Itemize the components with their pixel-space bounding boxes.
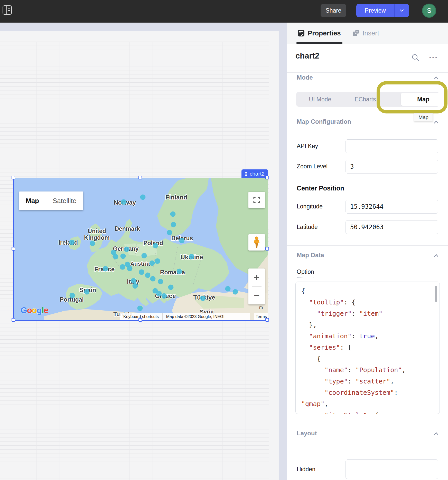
- resize-handle[interactable]: [12, 247, 15, 251]
- scatter-data-point[interactable]: [131, 278, 136, 283]
- widget-tag[interactable]: chart2: [241, 169, 268, 178]
- page-title: chart2: [295, 51, 319, 61]
- scatter-data-point[interactable]: [139, 269, 144, 275]
- scatter-data-point[interactable]: [141, 253, 147, 258]
- code-line: "name": "Population",: [301, 364, 433, 376]
- code-scrollbar[interactable]: [435, 286, 437, 302]
- hidden-input[interactable]: [346, 459, 438, 479]
- resize-handle[interactable]: [265, 176, 269, 179]
- preview-button[interactable]: Preview: [356, 4, 394, 17]
- latitude-label: Latitude: [297, 224, 318, 231]
- zoom-control: + −: [248, 268, 265, 304]
- resize-handle[interactable]: [12, 176, 15, 179]
- pegman-button[interactable]: [248, 234, 265, 251]
- tab-insert[interactable]: Insert: [352, 23, 379, 44]
- avatar[interactable]: S: [422, 4, 436, 18]
- scatter-data-point[interactable]: [70, 293, 75, 298]
- search-icon[interactable]: [411, 53, 419, 62]
- code-line: "type": "scatter",: [301, 376, 433, 387]
- collapse-layout-icon[interactable]: [434, 432, 439, 435]
- collapse-map-config-icon[interactable]: [434, 120, 439, 124]
- scatter-data-point[interactable]: [161, 293, 167, 299]
- section-map-data: Map Data: [297, 252, 324, 259]
- resize-handle[interactable]: [265, 247, 269, 251]
- scatter-data-point[interactable]: [170, 212, 176, 217]
- resize-handle[interactable]: [138, 176, 142, 179]
- scatter-data-point[interactable]: [158, 279, 163, 284]
- mode-option-map[interactable]: Map: [401, 93, 446, 106]
- map-scale-unit: m: [259, 305, 263, 310]
- mode-option-echarts[interactable]: ECharts ..: [344, 96, 392, 103]
- code-line: "tooltip": {: [301, 297, 433, 308]
- zoom-out-button[interactable]: −: [248, 287, 265, 304]
- preview-dropdown-button[interactable]: [394, 4, 409, 17]
- resize-handle[interactable]: [12, 318, 15, 322]
- zoom-level-input[interactable]: 3: [346, 160, 438, 174]
- scatter-data-point[interactable]: [179, 238, 185, 243]
- map-tooltip: Map: [414, 113, 433, 121]
- scatter-data-point[interactable]: [102, 266, 108, 272]
- map-widget[interactable]: chart2: [13, 178, 268, 321]
- widget-tag-label: chart2: [250, 171, 265, 177]
- scatter-data-point[interactable]: [120, 264, 125, 270]
- scatter-data-point[interactable]: [200, 296, 206, 301]
- scatter-data-point[interactable]: [225, 286, 230, 292]
- top-bar: Share Preview S: [0, 0, 448, 23]
- scatter-data-point[interactable]: [171, 222, 176, 227]
- api-key-label: API Key: [297, 143, 318, 150]
- scatter-data-point[interactable]: [232, 289, 238, 295]
- scatter-data-point[interactable]: [189, 254, 194, 259]
- scatter-data-point[interactable]: [177, 268, 182, 274]
- drag-handle-icon[interactable]: [245, 172, 247, 176]
- country-label: Austria: [130, 261, 150, 267]
- scatter-data-point[interactable]: [153, 243, 158, 248]
- scatter-data-point[interactable]: [150, 276, 156, 282]
- scatter-data-point[interactable]: [121, 199, 126, 205]
- collapse-mode-icon[interactable]: [434, 76, 439, 80]
- scatter-data-point[interactable]: [156, 291, 162, 296]
- scatter-data-point[interactable]: [155, 258, 160, 264]
- resize-handle[interactable]: [265, 318, 269, 322]
- section-layout: Layout: [297, 430, 317, 437]
- properties-icon: [297, 29, 305, 37]
- zoom-level-label: Zoom Level: [297, 163, 328, 170]
- scatter-data-point[interactable]: [113, 254, 118, 260]
- scatter-data-point[interactable]: [140, 194, 145, 200]
- latitude-input[interactable]: 50.942063: [346, 220, 438, 234]
- share-button[interactable]: Share: [321, 4, 346, 17]
- more-options-icon[interactable]: •••: [429, 54, 438, 61]
- code-line: {: [301, 353, 433, 364]
- scatter-data-point[interactable]: [90, 241, 95, 246]
- widget-title-row: chart2 •••: [287, 44, 448, 72]
- preview-split-button: Preview: [356, 4, 409, 17]
- scatter-data-point[interactable]: [133, 283, 138, 289]
- api-key-input[interactable]: [346, 139, 438, 153]
- google-map[interactable]: FinlandNorwayDenmarkUnited KingdomIrelan…: [14, 178, 268, 320]
- insert-icon: [352, 29, 360, 37]
- scatter-data-point[interactable]: [145, 272, 150, 278]
- map-type-map-button[interactable]: Map: [19, 191, 46, 210]
- scatter-data-point[interactable]: [124, 247, 129, 252]
- section-map-configuration: Map Configuration: [297, 118, 351, 125]
- properties-panel: Properties Insert chart2 •••: [287, 23, 448, 480]
- scatter-data-point[interactable]: [69, 240, 75, 245]
- scatter-data-point[interactable]: [150, 260, 155, 266]
- option-code-editor[interactable]: { "tooltip": { "trigger": "item" }, "ani…: [295, 282, 440, 414]
- tab-properties[interactable]: Properties: [297, 23, 341, 44]
- scatter-data-point[interactable]: [84, 289, 89, 295]
- fullscreen-button[interactable]: [248, 192, 265, 208]
- resize-handle[interactable]: [138, 318, 142, 322]
- collapse-map-data-icon[interactable]: [434, 254, 439, 257]
- map-type-satellite-button[interactable]: Satellite: [46, 191, 83, 210]
- pegman-icon: [253, 236, 260, 248]
- scatter-data-point[interactable]: [168, 285, 173, 290]
- scatter-data-point[interactable]: [120, 253, 126, 259]
- zoom-in-button[interactable]: +: [248, 268, 265, 286]
- sidebar-toggle-icon[interactable]: [3, 5, 12, 15]
- scatter-data-point[interactable]: [127, 266, 132, 271]
- scatter-data-point[interactable]: [167, 230, 172, 235]
- longitude-input[interactable]: 15.932644: [346, 200, 438, 214]
- scatter-data-point[interactable]: [137, 305, 143, 311]
- mode-option-ui[interactable]: UI Mode: [296, 96, 344, 103]
- code-line: "gmap",: [301, 398, 433, 410]
